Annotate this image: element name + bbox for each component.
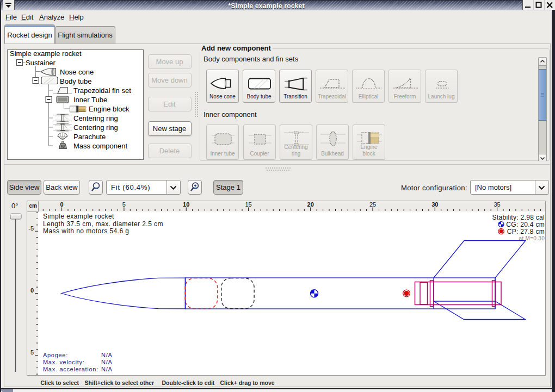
svg-text:Apogee:: Apogee: [43, 352, 68, 358]
svg-text:CP: 27.8 cm: CP: 27.8 cm [507, 228, 545, 235]
svg-text:10: 10 [183, 201, 189, 208]
svg-text:Length 37.5 cm, max. diameter: Length 37.5 cm, max. diameter 2.5 cm [43, 220, 163, 228]
svg-text:25: 25 [369, 201, 376, 208]
svg-text:Max. acceleration:: Max. acceleration: [43, 366, 98, 372]
svg-text:5: 5 [122, 201, 126, 208]
svg-text:5: 5 [30, 349, 34, 356]
svg-text:0: 0 [60, 201, 64, 208]
svg-text:0: 0 [30, 287, 34, 294]
svg-text:cm: cm [29, 203, 38, 209]
svg-text:Mass with no motors 54.6 g: Mass with no motors 54.6 g [43, 227, 129, 235]
svg-text:Simple example rocket: Simple example rocket [43, 213, 114, 220]
svg-text:N/A: N/A [101, 352, 112, 358]
svg-text:0°: 0° [11, 202, 18, 210]
svg-text:N/A: N/A [101, 366, 112, 372]
svg-text:kg: kg [61, 145, 64, 148]
svg-text:20: 20 [307, 201, 314, 208]
svg-text:CG: 20.4 cm: CG: 20.4 cm [506, 221, 545, 228]
svg-text:Stability: 2.98 cal: Stability: 2.98 cal [492, 214, 545, 221]
svg-text:15: 15 [245, 201, 251, 208]
svg-text:N/A: N/A [101, 359, 112, 365]
svg-text:35: 35 [494, 201, 500, 208]
svg-text:Max. velocity:: Max. velocity: [43, 359, 84, 365]
svg-text:30: 30 [431, 201, 438, 208]
svg-text:-5: -5 [28, 225, 34, 232]
